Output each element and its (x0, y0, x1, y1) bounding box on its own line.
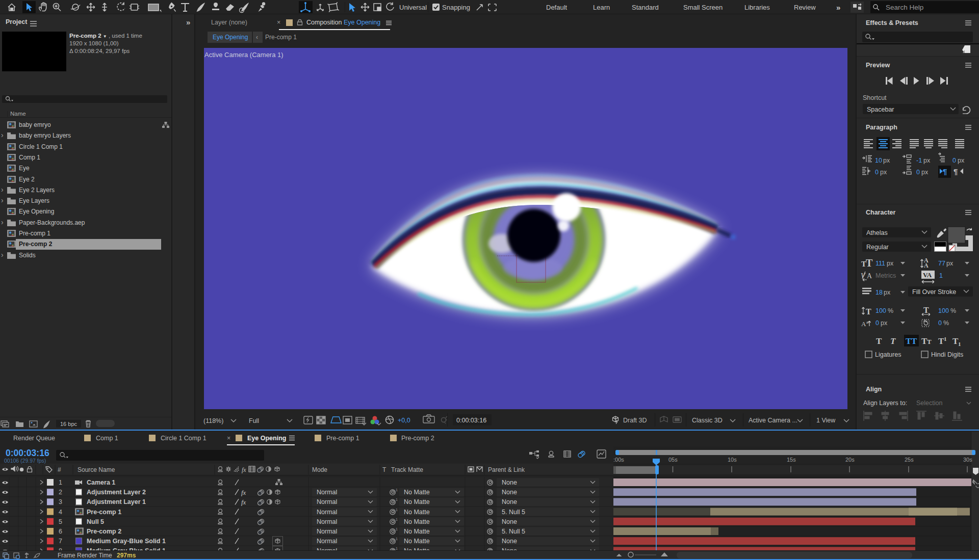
svg-text:Parent & Link: Parent & Link (488, 466, 525, 473)
svg-text:10s: 10s (728, 457, 737, 463)
svg-text:Fill Over Stroke: Fill Over Stroke (912, 288, 956, 296)
svg-text:fx: fx (241, 498, 246, 506)
svg-text:0: 0 (952, 157, 956, 164)
svg-text:Standard: Standard (632, 4, 659, 11)
svg-text:%: % (950, 307, 956, 314)
svg-text:»: » (836, 3, 840, 12)
svg-text:T: T (927, 338, 932, 345)
svg-text:T: T (876, 336, 882, 346)
svg-text:px: px (921, 169, 929, 176)
svg-text:Learn: Learn (593, 4, 610, 11)
svg-text:Spacebar: Spacebar (867, 106, 894, 113)
svg-text:Eye Opening: Eye Opening (247, 435, 286, 442)
svg-text:77: 77 (938, 260, 945, 267)
svg-text:T: T (866, 257, 873, 269)
svg-text:Small Screen: Small Screen (683, 4, 723, 11)
svg-text:18: 18 (875, 289, 883, 296)
svg-text:Circle 1 Comp 1: Circle 1 Comp 1 (161, 435, 207, 442)
svg-text:Adjustment Layer 2: Adjustment Layer 2 (87, 489, 146, 496)
svg-text:111: 111 (875, 260, 885, 267)
svg-text:T: T (890, 336, 896, 346)
svg-text:Adjustment Layer 1: Adjustment Layer 1 (87, 498, 146, 505)
svg-text:px: px (881, 319, 888, 327)
svg-text:00106 (29.97 fps): 00106 (29.97 fps) (4, 458, 46, 464)
svg-text:1 View: 1 View (816, 417, 836, 424)
svg-text:px: px (884, 289, 891, 296)
svg-text:Camera 1: Camera 1 (87, 479, 115, 486)
svg-text:Hindi Digits: Hindi Digits (931, 351, 963, 358)
svg-text:None: None (502, 498, 517, 505)
svg-text:#: # (58, 466, 61, 473)
svg-text:Pre-comp 1: Pre-comp 1 (326, 435, 359, 442)
svg-text:30s: 30s (963, 457, 972, 463)
svg-text:Metrics: Metrics (875, 272, 896, 279)
svg-text:16 bpc: 16 bpc (60, 421, 78, 427)
svg-text:Ligatures: Ligatures (875, 351, 901, 358)
svg-text:T: T (382, 466, 387, 473)
svg-text:px: px (880, 169, 887, 176)
svg-text:Review: Review (794, 4, 816, 11)
svg-text:Align: Align (866, 386, 882, 393)
svg-text:5. Null 5: 5. Null 5 (502, 528, 525, 535)
svg-text:T: T (911, 336, 917, 346)
svg-text:Universal: Universal (399, 4, 427, 11)
svg-text:4: 4 (59, 509, 62, 516)
svg-text:Track Matte: Track Matte (391, 466, 423, 473)
svg-text:-1: -1 (916, 157, 922, 164)
svg-text:Effects & Presets: Effects & Presets (866, 19, 918, 26)
svg-text:3: 3 (59, 498, 62, 505)
svg-text:7: 7 (59, 538, 62, 545)
svg-text:Paragraph: Paragraph (866, 124, 897, 131)
svg-text:25s: 25s (905, 457, 914, 463)
svg-text:T: T (923, 306, 929, 314)
svg-text:1: 1 (396, 508, 398, 512)
svg-text:%: % (888, 307, 893, 314)
svg-text:0: 0 (875, 169, 879, 176)
svg-text:5: 5 (59, 518, 62, 525)
svg-text:100: 100 (875, 307, 886, 314)
svg-text:1: 1 (944, 336, 947, 342)
svg-text:a: a (866, 319, 868, 325)
svg-text:Character: Character (866, 209, 895, 216)
svg-text:1: 1 (396, 537, 398, 541)
svg-text:20s: 20s (845, 457, 855, 463)
svg-text:Search Help: Search Help (886, 4, 923, 11)
svg-text:%: % (943, 319, 949, 327)
svg-text:Normal: Normal (317, 528, 337, 535)
svg-text:1: 1 (396, 488, 398, 492)
svg-text:0: 0 (875, 319, 879, 327)
svg-text:Shortcut: Shortcut (863, 94, 887, 101)
svg-text:No Matte: No Matte (404, 538, 430, 545)
svg-text:fx: fx (242, 466, 246, 473)
svg-text:1: 1 (396, 527, 398, 531)
svg-text:1: 1 (396, 547, 398, 550)
svg-text:None: None (502, 479, 517, 486)
svg-text:5. Null 5: 5. Null 5 (502, 509, 525, 516)
svg-text:6: 6 (59, 528, 62, 535)
svg-text:Normal: Normal (317, 509, 337, 516)
svg-text:px: px (883, 157, 890, 164)
svg-text:10: 10 (875, 157, 882, 164)
svg-text:Active Camera ...: Active Camera ... (749, 417, 797, 424)
svg-text:Render Queue: Render Queue (13, 435, 55, 442)
svg-text:Pre-comp 2: Pre-comp 2 (401, 435, 434, 442)
svg-text:05s: 05s (668, 457, 678, 463)
svg-text:px: px (923, 157, 931, 164)
svg-text:1: 1 (59, 479, 62, 486)
svg-text:fx: fx (241, 489, 246, 496)
svg-text:×: × (227, 435, 230, 442)
svg-text:None: None (502, 489, 517, 496)
svg-text:px: px (887, 260, 894, 267)
svg-text:1: 1 (396, 498, 398, 501)
svg-text:15s: 15s (787, 457, 796, 463)
svg-text:A: A (924, 262, 929, 269)
svg-text:Medium Gray-Blue Solid 1: Medium Gray-Blue Solid 1 (87, 538, 166, 545)
svg-text:Draft 3D: Draft 3D (623, 417, 647, 424)
svg-text:¶: ¶ (943, 167, 947, 176)
svg-text:Null 5: Null 5 (87, 518, 104, 525)
svg-text:Preview: Preview (866, 62, 890, 69)
svg-text:1: 1 (396, 518, 398, 521)
svg-text::00s: :00s (613, 457, 624, 463)
svg-text:No Matte: No Matte (404, 498, 430, 505)
svg-text:1: 1 (939, 272, 943, 279)
